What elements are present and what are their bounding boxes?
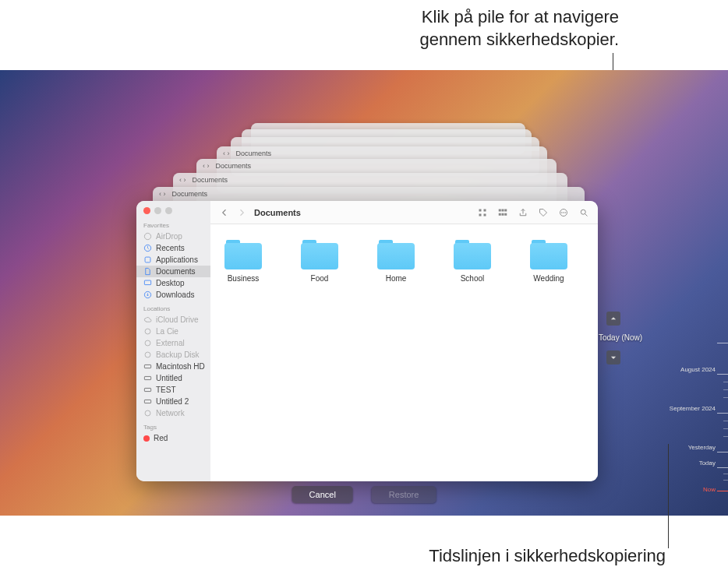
svg-rect-13 [479, 209, 482, 211]
drive-icon [143, 386, 152, 394]
action-button[interactable] [557, 206, 570, 219]
sidebar-item-untitled2[interactable]: Untitled 2 [136, 396, 210, 407]
sidebar-item-untitled[interactable]: Untitled [136, 372, 210, 384]
svg-rect-2 [145, 257, 150, 262]
close-button[interactable] [143, 207, 150, 214]
tag-dot-icon [143, 435, 150, 442]
sidebar-favorites-header: Favorites [136, 217, 210, 231]
sidebar-item-macintoshhd[interactable]: Macintosh HD [136, 361, 210, 372]
icon-view-button[interactable] [476, 206, 489, 219]
annotation-top-text: Klik på pile for at navigere gennem sikk… [419, 6, 619, 51]
folder-school[interactable]: School [444, 238, 500, 283]
finder-main: Documents Business Food Home School Wedd… [210, 201, 598, 481]
forward-button[interactable] [235, 206, 248, 219]
svg-rect-19 [504, 209, 507, 211]
sidebar-item-downloads[interactable]: Downloads [136, 289, 210, 301]
sidebar-item-test[interactable]: TEST [136, 384, 210, 396]
callout-line [668, 444, 669, 548]
svg-point-24 [561, 212, 563, 213]
drive-icon [143, 397, 152, 406]
svg-point-0 [144, 233, 150, 239]
desktop-icon [143, 279, 152, 287]
window-controls [136, 201, 210, 217]
folder-wedding[interactable]: Wedding [521, 238, 577, 283]
sidebar-locations-header: Locations [136, 301, 210, 314]
sidebar-item-recents[interactable]: Recents [136, 242, 210, 254]
current-backup-label: Today (Now) [599, 333, 642, 342]
timeline-label: August 2024 [680, 366, 716, 373]
zoom-button[interactable] [165, 207, 172, 214]
applications-icon [143, 255, 152, 264]
airdrop-icon [143, 232, 152, 241]
annotation-bottom-text: Tidslinjen i sikkerhedskopiering [429, 546, 666, 566]
cloud-icon [143, 315, 152, 324]
svg-rect-10 [144, 388, 150, 391]
svg-rect-21 [502, 213, 504, 215]
nav-down-button[interactable] [606, 350, 620, 364]
folder-icon [528, 238, 569, 271]
folder-icon [376, 238, 416, 271]
sidebar-item-network[interactable]: Network [136, 407, 210, 419]
cancel-button[interactable]: Cancel [292, 486, 353, 503]
tag-button[interactable] [537, 206, 550, 219]
svg-rect-15 [479, 213, 482, 216]
sidebar-item-desktop[interactable]: Desktop [136, 277, 210, 289]
timeline-label-now: Now [703, 486, 716, 493]
drive-icon [143, 374, 152, 382]
svg-point-25 [563, 212, 564, 213]
sidebar-item-lacie[interactable]: La Cie [136, 326, 210, 337]
folder-icon [299, 238, 340, 271]
disk-icon [143, 350, 152, 359]
desktop-background: ‹ ›Documents ‹ ›Documents ‹ ›Documents ‹… [0, 70, 728, 516]
finder-sidebar: Favorites AirDrop Recents Applications D… [136, 201, 210, 481]
finder-toolbar: Documents [210, 201, 598, 224]
minimize-button[interactable] [154, 207, 161, 214]
svg-rect-17 [499, 209, 501, 211]
timeline-label: Yesterday [688, 444, 716, 451]
svg-rect-22 [504, 213, 507, 215]
downloads-icon [143, 291, 152, 299]
clock-icon [143, 244, 152, 252]
sidebar-item-documents[interactable]: Documents [136, 266, 210, 277]
sidebar-item-applications[interactable]: Applications [136, 254, 210, 266]
svg-rect-20 [499, 213, 501, 215]
drive-icon [143, 362, 152, 371]
sidebar-item-external[interactable]: External [136, 337, 210, 349]
group-button[interactable] [497, 206, 509, 219]
sidebar-tag-red[interactable]: Red [136, 432, 210, 444]
svg-rect-9 [144, 376, 150, 379]
restore-button[interactable]: Restore [372, 486, 436, 503]
folder-icon [452, 238, 493, 271]
document-icon [143, 267, 152, 276]
svg-rect-18 [502, 209, 504, 211]
svg-point-26 [565, 212, 567, 213]
share-button[interactable] [517, 206, 529, 219]
svg-point-6 [145, 340, 150, 346]
nav-up-button[interactable] [606, 312, 620, 326]
svg-point-12 [145, 410, 150, 416]
back-button[interactable] [218, 206, 231, 219]
svg-point-5 [145, 329, 150, 334]
svg-rect-8 [144, 364, 150, 368]
svg-rect-14 [484, 209, 486, 211]
sidebar-item-airdrop[interactable]: AirDrop [136, 231, 210, 242]
backup-timeline[interactable]: August 2024 September 2024 Yesterday Tod… [681, 257, 728, 516]
action-buttons: Cancel Restore [292, 486, 436, 503]
sidebar-tags-header: Tags [136, 419, 210, 432]
svg-point-7 [145, 352, 150, 357]
sidebar-item-icloud[interactable]: iCloud Drive [136, 314, 210, 326]
finder-content[interactable]: Business Food Home School Wedding [210, 224, 598, 481]
disk-icon [143, 339, 152, 347]
network-icon [143, 409, 152, 417]
search-button[interactable] [578, 206, 590, 219]
timeline-label: September 2024 [670, 405, 716, 412]
folder-icon [223, 238, 263, 271]
folder-home[interactable]: Home [368, 238, 424, 283]
svg-rect-3 [144, 280, 150, 285]
folder-food[interactable]: Food [292, 238, 348, 283]
timeline-label: Today [699, 460, 716, 467]
folder-business[interactable]: Business [215, 238, 271, 283]
window-title: Documents [254, 208, 301, 217]
svg-point-27 [581, 210, 585, 214]
sidebar-item-backupdisk[interactable]: Backup Disk [136, 349, 210, 361]
